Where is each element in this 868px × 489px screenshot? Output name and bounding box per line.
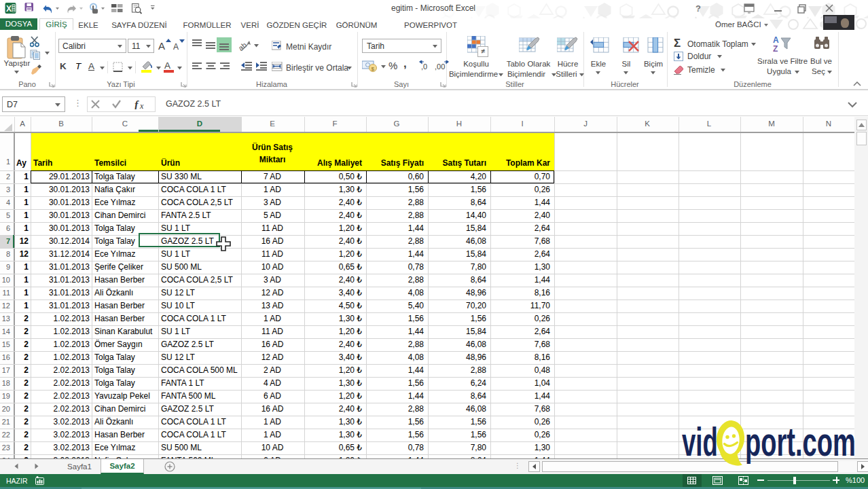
svg-text:vid: vid (682, 420, 718, 464)
svg-text:port.com: port.com (745, 420, 856, 465)
svg-text:$: $ (372, 66, 375, 72)
svg-text:x: x (139, 101, 144, 110)
svg-text:?: ? (695, 3, 701, 14)
svg-text:ab: ab (239, 41, 248, 52)
svg-text:Z: Z (773, 44, 778, 53)
svg-text:,00: ,00 (435, 62, 445, 71)
svg-text:A: A (773, 35, 779, 45)
svg-text:X: X (6, 4, 12, 14)
svg-text:f: f (134, 100, 139, 109)
